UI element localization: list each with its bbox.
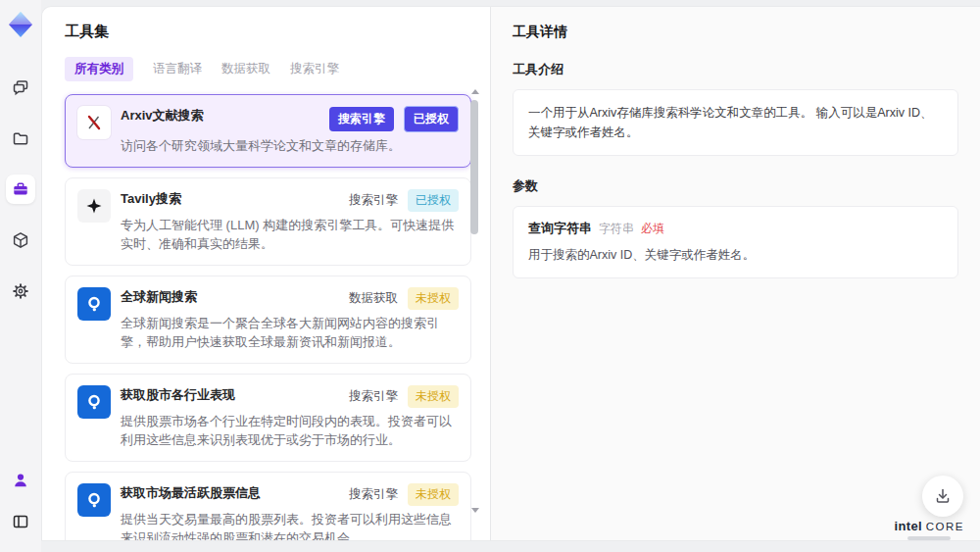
tool-card[interactable]: 获取市场最活跃股票信息 搜索引擎 未授权 提供当天交易量最高的股票列表。投资者可… [65,472,471,542]
tool-card[interactable]: 获取股市各行业表现 搜索引擎 未授权 提供股票市场各个行业在特定时间段内的表现。… [65,374,471,462]
param-card: 查询字符串 字符串 必填 用于搜索的Arxiv ID、关键字或作者姓名。 [513,206,958,278]
intro-card: 一个用于从Arxiv存储库搜索科学论文和文章的工具。 输入可以是Arxiv ID… [513,89,958,156]
tool-category-badge: 数据获取 [349,290,398,307]
user-avatar-icon[interactable] [6,466,35,495]
intro-heading: 工具介绍 [513,61,958,78]
param-description: 用于搜索的Arxiv ID、关键字或作者姓名。 [528,246,943,265]
tab-search-engine[interactable]: 搜索引擎 [290,57,339,81]
tool-detail-pane: 工具详情 工具介绍 一个用于从Arxiv存储库搜索科学论文和文章的工具。 输入可… [491,7,980,540]
tools-list-pane: 工具集 所有类别 语言翻译 数据获取 搜索引擎 Arxiv文献搜索 搜索引擎 已… [42,7,491,540]
download-icon [934,487,952,505]
news-search-icon [77,483,111,517]
tool-auth-badge: 未授权 [408,287,459,310]
tool-auth-badge: 未授权 [408,483,459,506]
tab-all-categories[interactable]: 所有类别 [65,57,133,81]
page-title: 工具集 [65,23,468,41]
tool-category-badge: 搜索引擎 [349,388,398,405]
param-required-badge: 必填 [641,221,664,237]
download-button[interactable] [922,476,963,517]
tool-category-badge: 搜索引擎 [349,192,398,209]
cube-icon[interactable] [6,226,35,255]
news-search-icon [77,287,111,321]
panel-toggle-icon[interactable] [6,507,35,536]
briefcase-icon[interactable] [6,175,35,204]
main-surface: 工具集 所有类别 语言翻译 数据获取 搜索引擎 Arxiv文献搜索 搜索引擎 已… [41,6,980,541]
tool-description: 专为人工智能代理 (LLM) 构建的搜索引擎工具。可快速提供实时、准确和真实的结… [121,216,459,254]
tool-auth-badge: 已授权 [404,106,459,132]
core-wordmark: core [926,521,964,532]
tool-card[interactable]: Arxiv文献搜索 搜索引擎 已授权 访问各个研究领域大量科学论文和文章的存储库… [65,94,471,168]
sparkle-icon [77,189,111,223]
folder-icon[interactable] [6,124,35,153]
chat-icon[interactable] [6,73,35,102]
tool-description: 提供股票市场各个行业在特定时间段内的表现。投资者可以利用这些信息来识别表现优于或… [121,412,459,450]
scrollbar-thumb[interactable] [470,100,478,234]
tool-name: 全球新闻搜索 [121,287,349,306]
tool-description: 访问各个研究领域大量科学论文和文章的存储库。 [121,136,459,156]
intro-text: 一个用于从Arxiv存储库搜索科学论文和文章的工具。 输入可以是Arxiv ID… [528,103,943,142]
intel-wordmark: intel [895,519,922,533]
news-search-icon [77,385,111,419]
tool-auth-badge: 已授权 [408,189,459,212]
scroll-up-icon[interactable] [471,89,479,94]
tool-category-badge: 搜索引擎 [349,486,398,503]
tool-name: Arxiv文献搜索 [121,106,329,125]
gear-icon[interactable] [6,276,35,306]
list-scrollbar[interactable] [470,89,479,513]
param-type: 字符串 [599,221,634,237]
param-name: 查询字符串 [528,220,592,237]
tool-name: 获取股市各行业表现 [121,385,349,404]
scroll-down-icon[interactable] [471,508,479,513]
tool-auth-badge: 未授权 [408,385,459,408]
app-logo-icon [6,10,35,39]
intel-core-logo: intel core [895,519,964,540]
app-sidebar [0,0,41,552]
tool-list: Arxiv文献搜索 搜索引擎 已授权 访问各个研究领域大量科学论文和文章的存储库… [65,94,471,541]
detail-title: 工具详情 [513,24,958,41]
tool-card[interactable]: 全球新闻搜索 数据获取 未授权 全球新闻搜索是一个聚合全球各大新闻网站内容的搜索… [65,276,471,364]
tool-description: 提供当天交易量最高的股票列表。投资者可以利用这些信息来识别流动性强的股票和潜在的… [121,510,459,542]
tab-data-fetch[interactable]: 数据获取 [221,57,270,81]
params-heading: 参数 [513,177,958,195]
category-tabs: 所有类别 语言翻译 数据获取 搜索引擎 [65,57,468,81]
tool-description: 全球新闻搜索是一个聚合全球各大新闻网站内容的搜索引擎，帮助用户快速获取全球最新资… [121,314,459,352]
tool-name: Tavily搜索 [121,189,349,208]
tool-category-badge: 搜索引擎 [329,107,394,131]
arxiv-icon [77,106,111,139]
tool-name: 获取市场最活跃股票信息 [121,483,349,502]
tool-card[interactable]: Tavily搜索 搜索引擎 已授权 专为人工智能代理 (LLM) 构建的搜索引擎… [65,177,471,266]
tab-language-translation[interactable]: 语言翻译 [153,57,202,81]
brand-underline [907,536,951,540]
